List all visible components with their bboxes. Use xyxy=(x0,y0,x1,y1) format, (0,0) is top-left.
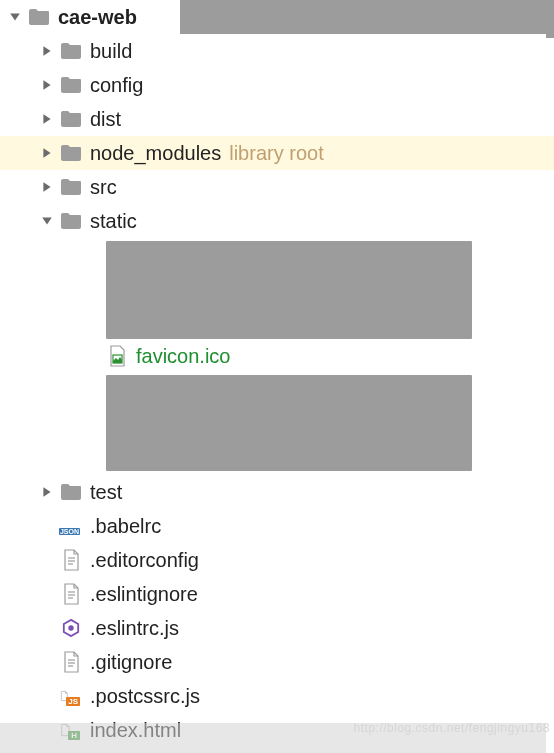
chevron-right-icon[interactable] xyxy=(38,110,56,128)
folder-icon xyxy=(28,8,50,26)
folder-icon xyxy=(60,483,82,501)
folder-icon xyxy=(60,110,82,128)
eslint-icon xyxy=(60,617,82,639)
tree-item-babelrc[interactable]: JSON .babelrc xyxy=(0,509,554,543)
file-tree: cae-web build config dist node_modules l… xyxy=(0,0,554,747)
folder-icon xyxy=(60,76,82,94)
chevron-right-icon[interactable] xyxy=(38,178,56,196)
json-file-icon: JSON xyxy=(60,515,82,537)
text-file-icon xyxy=(60,549,82,571)
folder-label: cae-web xyxy=(58,6,137,29)
watermark: http://blog.csdn.net/fengjingyu168 xyxy=(354,721,550,735)
tree-item-favicon[interactable]: favicon.ico xyxy=(0,339,554,373)
tree-item-eslintignore[interactable]: .eslintignore xyxy=(0,577,554,611)
chevron-right-icon[interactable] xyxy=(38,42,56,60)
file-label: .editorconfig xyxy=(90,549,199,572)
folder-label: config xyxy=(90,74,143,97)
tree-item-src[interactable]: src xyxy=(0,170,554,204)
folder-icon xyxy=(60,144,82,162)
tree-item-config[interactable]: config xyxy=(0,68,554,102)
tree-root-row[interactable]: cae-web xyxy=(0,0,554,34)
tree-item-node-modules[interactable]: node_modules library root xyxy=(0,136,554,170)
image-file-icon xyxy=(106,345,128,367)
redacted-block xyxy=(106,375,472,471)
file-label: .eslintignore xyxy=(90,583,198,606)
folder-icon xyxy=(60,178,82,196)
chevron-down-icon[interactable] xyxy=(6,8,24,26)
library-root-annotation: library root xyxy=(229,142,323,165)
chevron-right-icon[interactable] xyxy=(38,483,56,501)
folder-label: node_modules xyxy=(90,142,221,165)
tree-item-static[interactable]: static xyxy=(0,204,554,238)
redacted-block xyxy=(106,241,472,339)
file-label: favicon.ico xyxy=(136,345,231,368)
tree-item-test[interactable]: test xyxy=(0,475,554,509)
tree-item-eslintrc[interactable]: .eslintrc.js xyxy=(0,611,554,645)
file-label: .gitignore xyxy=(90,651,172,674)
file-label: .eslintrc.js xyxy=(90,617,179,640)
folder-label: src xyxy=(90,176,117,199)
folder-label: static xyxy=(90,210,137,233)
folder-label: build xyxy=(90,40,132,63)
chevron-right-icon[interactable] xyxy=(38,144,56,162)
file-label: .babelrc xyxy=(90,515,161,538)
chevron-down-icon[interactable] xyxy=(38,212,56,230)
tree-item-dist[interactable]: dist xyxy=(0,102,554,136)
folder-icon xyxy=(60,42,82,60)
tree-item-postcssrc[interactable]: JS .postcssrc.js xyxy=(0,679,554,713)
folder-icon xyxy=(60,212,82,230)
text-file-icon xyxy=(60,651,82,673)
tree-item-gitignore[interactable]: .gitignore xyxy=(0,645,554,679)
tree-item-build[interactable]: build xyxy=(0,34,554,68)
file-label: .postcssrc.js xyxy=(90,685,200,708)
folder-label: test xyxy=(90,481,122,504)
js-file-icon: JS xyxy=(60,685,82,707)
tree-item-editorconfig[interactable]: .editorconfig xyxy=(0,543,554,577)
chevron-right-icon[interactable] xyxy=(38,76,56,94)
vertical-scrollbar[interactable] xyxy=(546,0,554,753)
text-file-icon xyxy=(60,583,82,605)
folder-label: dist xyxy=(90,108,121,131)
